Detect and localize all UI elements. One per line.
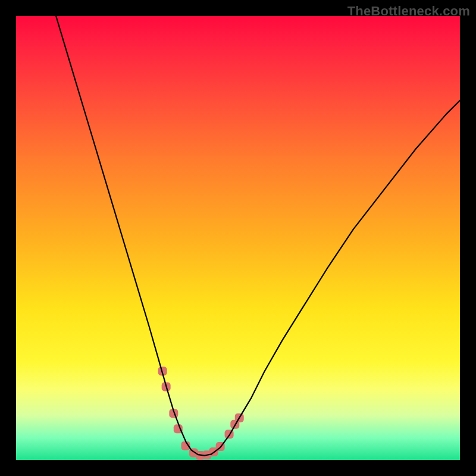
plot-area [16,16,460,460]
marker-group [158,367,244,460]
chart-container: TheBottleneck.com [0,0,476,476]
watermark-text: TheBottleneck.com [347,4,470,19]
bottleneck-curve [56,16,460,456]
chart-overlay-svg [16,16,460,460]
